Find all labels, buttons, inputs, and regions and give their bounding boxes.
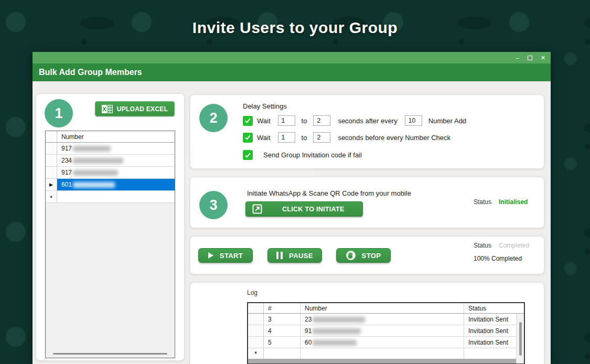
controls-panel: START PAUSE: [190, 236, 544, 274]
to-label: to: [302, 117, 307, 125]
window-header: Bulk Add Group Members: [33, 63, 551, 81]
new-row-marker-icon: *: [46, 191, 57, 202]
log-row[interactable]: 5 60 Invitation Sent: [248, 337, 524, 348]
blur-redaction: [313, 317, 365, 323]
log-number-prefix: 91: [305, 327, 312, 335]
page-title: Invite Users to your Group: [0, 19, 590, 37]
grid-row-header: [46, 143, 57, 154]
log-title: Log: [247, 289, 258, 296]
log-column-number[interactable]: Number: [301, 303, 464, 313]
delay-row-3: Send Group Invitation code if fail: [243, 150, 362, 160]
pause-button[interactable]: PAUSE: [267, 248, 322, 263]
check-icon: [245, 134, 250, 140]
status-value-initialised: Initialised: [499, 198, 528, 206]
grid-row[interactable]: 917: [46, 143, 175, 155]
wait-min-input[interactable]: [278, 115, 295, 126]
status-value-completed: Completed: [499, 242, 529, 249]
number-prefix: 917: [61, 145, 72, 152]
pause-label: PAUSE: [289, 252, 313, 260]
wait-max-input[interactable]: [313, 115, 330, 126]
log-vertical-scrollbar[interactable]: [516, 314, 524, 363]
log-row-header: [248, 337, 264, 348]
grid-new-row[interactable]: *: [46, 191, 175, 203]
blur-redaction: [73, 158, 123, 164]
excel-icon: X: [102, 105, 113, 113]
window-body: 1 X UPLOAD EXCEL Number: [33, 81, 551, 364]
click-to-initiate-button[interactable]: CLICK TO INITIATE: [245, 201, 363, 217]
log-column-num[interactable]: #: [264, 303, 301, 313]
numbers-grid-header: Number: [46, 131, 175, 143]
log-number-prefix: 60: [305, 339, 312, 346]
wait-before-check-checkbox[interactable]: [243, 133, 253, 143]
grid-row-header-arrow: ▶: [46, 179, 57, 190]
log-corner-cell: [248, 303, 264, 313]
log-cell-num: 5: [264, 337, 301, 348]
send-invitation-label: Send Group Invitation code if fail: [263, 151, 362, 159]
log-cell-status: Invitation Sent: [464, 314, 524, 325]
blur-redaction: [73, 182, 115, 188]
log-horizontal-scrollbar[interactable]: [248, 359, 516, 364]
status-label: Status: [474, 242, 491, 249]
grid-column-header-number[interactable]: Number: [57, 131, 175, 142]
delay-settings-title: Delay Settings: [243, 102, 287, 110]
close-button[interactable]: ✕: [541, 55, 545, 61]
play-icon: [208, 252, 213, 259]
delay-row-1: Wait to seconds after every Number Add: [243, 115, 466, 126]
step3-panel: 3 Initiate WhatsApp & Scane QR Code from…: [190, 177, 544, 228]
stop-hand-icon: [346, 251, 356, 260]
log-table: # Number Status 3 23 Invitation Sent 4 9…: [247, 302, 525, 364]
upload-excel-button[interactable]: X UPLOAD EXCEL: [95, 101, 175, 116]
blur-redaction: [313, 340, 357, 346]
stop-button[interactable]: STOP: [336, 248, 391, 263]
grid-horizontal-scrollbar[interactable]: [53, 353, 167, 355]
step3-badge: 3: [199, 191, 228, 219]
check-icon: [245, 117, 250, 123]
log-row-header: [248, 314, 264, 325]
grid-row-header: [46, 155, 57, 166]
number-add-label: Number Add: [428, 117, 466, 125]
log-row-header: [248, 325, 264, 336]
log-row[interactable]: 4 91 Invitation Sent: [248, 325, 524, 337]
start-button[interactable]: START: [198, 248, 253, 263]
wait-label: Wait: [257, 117, 271, 125]
seconds-after-label: seconds after every: [338, 117, 397, 125]
number-prefix: 917: [61, 169, 72, 176]
window-titlebar: – ✕: [33, 52, 551, 63]
selected-row-arrow-icon: ▶: [49, 182, 53, 187]
log-row[interactable]: 3 23 Invitation Sent: [248, 314, 524, 325]
step2-badge: 2: [199, 104, 228, 132]
minimize-button[interactable]: –: [516, 55, 519, 61]
number-count-input[interactable]: [405, 115, 422, 126]
log-table-header: # Number Status: [248, 303, 524, 314]
delay-row-2: Wait to seconds before every Number Chec…: [243, 132, 450, 143]
initiate-instruction: Initiate WhatsApp & Scane QR Code from y…: [247, 189, 411, 197]
wait-before-min-input[interactable]: [278, 132, 295, 143]
window-header-title: Bulk Add Group Members: [39, 68, 142, 77]
svg-text:X: X: [102, 106, 106, 112]
grid-row-selected[interactable]: ▶ 601: [46, 179, 175, 191]
maximize-button[interactable]: [528, 56, 532, 60]
start-label: START: [220, 252, 243, 260]
new-row-marker-icon: *: [248, 348, 264, 359]
send-invitation-checkbox[interactable]: [243, 150, 253, 160]
maximize-icon: [528, 56, 532, 60]
launch-icon: [252, 204, 262, 214]
log-cell-status: Invitation Sent: [464, 337, 524, 348]
grid-row[interactable]: 917: [46, 167, 175, 179]
log-column-status[interactable]: Status: [464, 303, 524, 313]
step2-panel: 2 Delay Settings Wait to seconds after e…: [190, 94, 544, 169]
seconds-before-label: seconds before every Number Check: [338, 134, 450, 142]
pause-icon: [276, 252, 283, 259]
grid-row[interactable]: 234: [46, 155, 175, 167]
number-prefix: 601: [61, 181, 72, 188]
grid-row-header: [46, 167, 57, 178]
blur-redaction: [313, 328, 361, 334]
wait-before-max-input[interactable]: [313, 132, 330, 143]
log-cell-num: 4: [264, 325, 301, 336]
log-new-row[interactable]: *: [248, 348, 524, 360]
log-vertical-scrollbar-thumb[interactable]: [519, 322, 522, 356]
log-number-prefix: 23: [305, 316, 312, 323]
step1-panel: 1 X UPLOAD EXCEL Number: [36, 93, 185, 361]
wait-after-add-checkbox[interactable]: [243, 116, 253, 126]
to-label: to: [302, 134, 307, 142]
